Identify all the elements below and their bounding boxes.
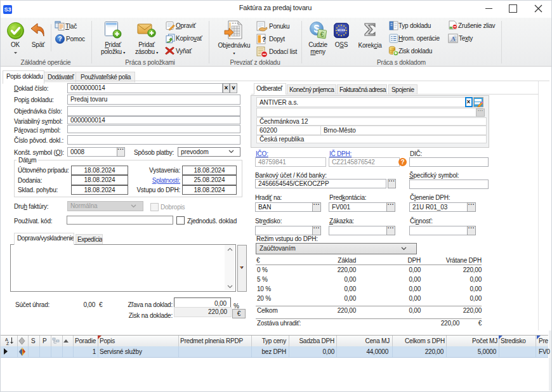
svg-text:MOSS: MOSS: [338, 29, 346, 32]
svg-text:?: ?: [262, 36, 266, 43]
svg-text:€: €: [320, 31, 324, 38]
svg-text:?: ?: [58, 36, 62, 42]
svg-text:Z: Z: [6, 341, 10, 346]
